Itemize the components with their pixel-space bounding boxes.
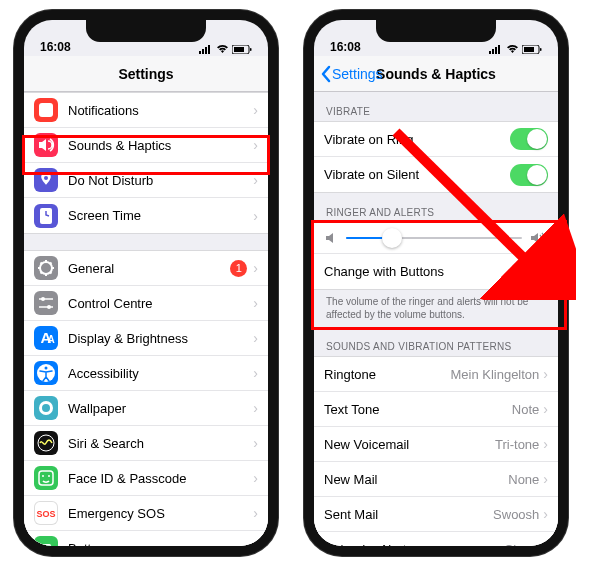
volume-high-icon — [530, 231, 548, 245]
status-time: 16:08 — [40, 40, 71, 54]
chevron-right-icon: › — [253, 172, 258, 188]
change-with-buttons-row[interactable]: Change with Buttons — [314, 254, 558, 289]
chevron-right-icon: › — [543, 401, 548, 417]
settings-row[interactable]: New VoicemailTri-tone› — [314, 427, 558, 462]
screen: 16:08 Settings Sounds & Haptics VIBRATE … — [314, 20, 558, 546]
screentime-icon — [34, 204, 58, 228]
row-label: Wallpaper — [68, 401, 253, 416]
siri-icon — [34, 431, 58, 455]
battery-icon — [232, 45, 252, 54]
row-label: New Mail — [324, 472, 508, 487]
settings-row[interactable]: Control Centre› — [24, 286, 268, 321]
notification-badge: 1 — [230, 260, 247, 277]
svg-rect-33 — [495, 47, 497, 54]
settings-row[interactable]: Accessibility› — [24, 356, 268, 391]
dnd-icon — [34, 168, 58, 192]
svg-rect-2 — [205, 47, 207, 54]
settings-row[interactable]: Calendar AlertsChord› — [314, 532, 558, 546]
row-label: Text Tone — [324, 402, 512, 417]
phone-left: 16:08 Settings Notifications›Sounds & Ha… — [14, 10, 278, 556]
sounds-icon — [34, 133, 58, 157]
row-value: Swoosh — [493, 507, 539, 522]
signal-icon — [199, 45, 213, 54]
chevron-right-icon: › — [253, 102, 258, 118]
row-label: Vibrate on Silent — [324, 167, 510, 182]
svg-rect-5 — [234, 47, 244, 52]
vibrate-list: Vibrate on RingVibrate on Silent — [314, 121, 558, 193]
display-icon: AA — [34, 326, 58, 350]
slider-thumb[interactable] — [382, 228, 402, 248]
settings-row[interactable]: Face ID & Passcode› — [24, 461, 268, 496]
wifi-icon — [216, 45, 229, 54]
battery-icon — [522, 45, 542, 54]
settings-row[interactable]: Siri & Search› — [24, 426, 268, 461]
settings-row[interactable]: Battery› — [24, 531, 268, 546]
svg-rect-36 — [524, 47, 534, 52]
status-icons — [489, 45, 542, 54]
svg-rect-37 — [540, 48, 542, 51]
volume-slider[interactable] — [346, 237, 522, 239]
settings-row[interactable]: Sounds & Haptics› — [24, 128, 268, 163]
row-label: Screen Time — [68, 208, 253, 223]
back-button[interactable]: Settings — [320, 56, 383, 91]
svg-rect-31 — [489, 51, 491, 54]
svg-text:A: A — [47, 334, 54, 345]
chevron-right-icon: › — [543, 506, 548, 522]
row-value: Tri-tone — [495, 437, 539, 452]
svg-rect-34 — [498, 45, 500, 54]
toggle-switch[interactable] — [510, 164, 548, 186]
toggle-switch[interactable] — [510, 261, 548, 283]
settings-row[interactable]: AADisplay & Brightness› — [24, 321, 268, 356]
toggle-switch[interactable] — [510, 128, 548, 150]
settings-row[interactable]: Notifications› — [24, 93, 268, 128]
row-label: Display & Brightness — [68, 331, 253, 346]
svg-point-25 — [48, 475, 50, 477]
settings-row[interactable]: SOSEmergency SOS› — [24, 496, 268, 531]
nav-bar: Settings Sounds & Haptics — [314, 56, 558, 92]
vibrate-row[interactable]: Vibrate on Silent — [314, 157, 558, 192]
svg-point-19 — [45, 367, 48, 370]
section-sounds: SOUNDS AND VIBRATION PATTERNS — [314, 327, 558, 356]
sos-icon: SOS — [34, 501, 58, 525]
svg-rect-0 — [199, 51, 201, 54]
chevron-right-icon: › — [543, 541, 548, 546]
settings-row[interactable]: RingtoneMein Klingelton› — [314, 357, 558, 392]
svg-rect-9 — [40, 208, 52, 224]
settings-row[interactable]: Wallpaper› — [24, 391, 268, 426]
row-label: Control Centre — [68, 296, 253, 311]
row-label: Notifications — [68, 103, 253, 118]
settings-row[interactable]: Do Not Disturb› — [24, 163, 268, 198]
settings-row[interactable]: Screen Time› — [24, 198, 268, 233]
settings-row[interactable]: General1› — [24, 251, 268, 286]
chevron-right-icon: › — [253, 260, 258, 276]
settings-row[interactable]: New MailNone› — [314, 462, 558, 497]
svg-rect-3 — [208, 45, 210, 54]
svg-rect-27 — [39, 544, 51, 546]
chevron-right-icon: › — [253, 295, 258, 311]
accessibility-icon — [34, 361, 58, 385]
vibrate-row[interactable]: Vibrate on Ring — [314, 122, 558, 157]
row-label: General — [68, 261, 230, 276]
svg-point-8 — [44, 176, 48, 180]
settings-group-1: Notifications›Sounds & Haptics›Do Not Di… — [24, 92, 268, 234]
chevron-right-icon: › — [253, 540, 258, 546]
svg-point-24 — [42, 475, 44, 477]
chevron-right-icon: › — [253, 137, 258, 153]
chevron-left-icon — [320, 65, 332, 83]
chevron-right-icon: › — [543, 436, 548, 452]
row-label: Battery — [68, 541, 253, 547]
settings-row[interactable]: Text ToneNote› — [314, 392, 558, 427]
row-label: Vibrate on Ring — [324, 132, 510, 147]
nav-bar: Settings — [24, 56, 268, 92]
row-label: Sent Mail — [324, 507, 493, 522]
chevron-right-icon: › — [253, 400, 258, 416]
row-value: Mein Klingelton — [450, 367, 539, 382]
chevron-right-icon: › — [253, 505, 258, 521]
settings-row[interactable]: Sent MailSwoosh› — [314, 497, 558, 532]
chevron-right-icon: › — [253, 330, 258, 346]
back-label: Settings — [332, 66, 383, 82]
row-label: Change with Buttons — [324, 264, 510, 279]
chevron-right-icon: › — [543, 366, 548, 382]
chevron-right-icon: › — [253, 208, 258, 224]
svg-text:SOS: SOS — [36, 509, 55, 519]
